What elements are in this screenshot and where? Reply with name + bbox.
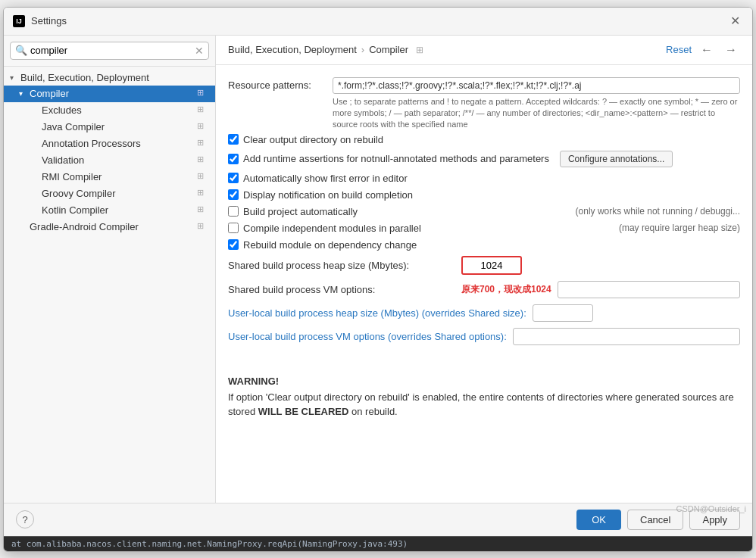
search-clear-button[interactable]: ✕ <box>195 45 204 57</box>
breadcrumb-bar: Build, Execution, Deployment › Compiler … <box>216 36 752 65</box>
sidebar-item-gradle-android-compiler[interactable]: Gradle-Android Compiler ⊞ <box>4 219 215 235</box>
page-icon: ⊞ <box>197 188 209 200</box>
sidebar: 🔍 ✕ ▾ Build, Execution, Deployment ▾ Com… <box>4 36 216 503</box>
sidebar-item-label: Groovy Compiler <box>42 188 197 199</box>
page-icon: ⊞ <box>197 138 209 150</box>
sidebar-item-annotation-processors[interactable]: Annotation Processors ⊞ <box>4 136 215 152</box>
search-icon: 🔍 <box>15 45 27 56</box>
checkbox-label-rebuild-dependency[interactable]: Rebuild module on dependency change <box>243 239 417 251</box>
vm-options-input[interactable] <box>558 281 740 298</box>
sidebar-item-label: Gradle-Android Compiler <box>30 221 197 232</box>
page-icon: ⊞ <box>197 204 209 217</box>
page-icon: ⊞ <box>197 104 209 117</box>
sidebar-item-label: Java Compiler <box>42 121 197 132</box>
footer-left: ? <box>16 510 34 528</box>
checkbox-row-notification: Display notification on build completion <box>228 189 740 201</box>
breadcrumb-page-icon: ⊞ <box>416 45 423 55</box>
breadcrumb-nav: Reset ← → <box>666 42 740 58</box>
resource-patterns-row: Resource patterns: Use ; to separate pat… <box>228 77 740 131</box>
search-input-wrap: 🔍 ✕ <box>10 42 209 60</box>
user-heap-size-row: User-local build process heap size (Mbyt… <box>228 304 740 322</box>
checkbox-label-show-first-error[interactable]: Automatically show first error in editor <box>243 173 408 184</box>
tree-area: ▾ Build, Execution, Deployment ▾ Compile… <box>4 67 215 503</box>
footer: ? OK Cancel Apply <box>4 503 752 536</box>
user-vm-options-label: User-local build process VM options (ove… <box>228 331 507 342</box>
configure-annotations-button[interactable]: Configure annotations... <box>560 151 673 167</box>
checkbox-runtime-assertions[interactable] <box>228 154 239 164</box>
sidebar-item-compiler[interactable]: ▾ Compiler ⊞ <box>4 86 215 102</box>
sidebar-item-validation[interactable]: Validation ⊞ <box>4 152 215 169</box>
main-panel: Build, Execution, Deployment › Compiler … <box>216 36 752 503</box>
sidebar-item-label: RMI Compiler <box>42 171 197 182</box>
help-button[interactable]: ? <box>16 510 34 528</box>
settings-content: Resource patterns: Use ; to separate pat… <box>216 65 752 503</box>
vm-options-label: Shared build process VM options: <box>228 284 455 295</box>
sidebar-item-label: Annotation Processors <box>42 138 197 149</box>
sidebar-item-label: Build, Execution, Deployment <box>20 72 209 83</box>
checkbox-rebuild-dependency[interactable] <box>228 239 239 250</box>
sidebar-item-groovy-compiler[interactable]: Groovy Compiler ⊞ <box>4 185 215 202</box>
compile-parallel-note: (may require larger heap size) <box>619 223 740 233</box>
sidebar-item-label: Kotlin Compiler <box>42 204 197 216</box>
checkbox-label-compile-parallel[interactable]: Compile independent modules in parallel <box>243 223 421 234</box>
breadcrumb: Build, Execution, Deployment › Compiler … <box>228 44 423 55</box>
heap-size-input[interactable] <box>461 256 522 275</box>
checkbox-row-compile-parallel: Compile independent modules in parallel … <box>228 223 740 234</box>
sidebar-item-rmi-compiler[interactable]: RMI Compiler ⊞ <box>4 169 215 185</box>
expand-icon: ▾ <box>10 73 20 82</box>
ok-button[interactable]: OK <box>576 510 621 530</box>
checkbox-label-build-auto[interactable]: Build project automatically <box>243 206 358 217</box>
annotation-note: 原来700，现改成1024 <box>461 283 551 296</box>
dialog-title: Settings <box>31 15 67 26</box>
nav-back-button[interactable]: ← <box>698 42 716 58</box>
breadcrumb-part-2: Compiler <box>369 44 408 55</box>
checkbox-label-display-notification[interactable]: Display notification on build completion <box>243 189 413 201</box>
user-vm-options-row: User-local build process VM options (ove… <box>228 328 740 345</box>
close-button[interactable]: ✕ <box>727 14 743 29</box>
apply-button[interactable]: Apply <box>689 510 740 530</box>
content-area: 🔍 ✕ ▾ Build, Execution, Deployment ▾ Com… <box>4 36 752 503</box>
search-box: 🔍 ✕ <box>4 36 215 67</box>
heap-size-row: Shared build process heap size (Mbytes): <box>228 256 740 275</box>
checkbox-label-runtime-assertions[interactable]: Add runtime assertions for notnull-annot… <box>243 153 549 164</box>
checkbox-label-clear-output[interactable]: Clear output directory on rebuild <box>243 134 383 145</box>
title-bar-left: IJ Settings <box>13 15 67 27</box>
vm-options-row: Shared build process VM options: 原来700，现… <box>228 281 740 298</box>
resource-patterns-input[interactable] <box>333 77 740 94</box>
checkbox-row-runtime-assertions: Add runtime assertions for notnull-annot… <box>228 151 740 167</box>
page-icon: ⊞ <box>197 221 209 233</box>
bottom-bar: at com.alibaba.nacos.client.naming.net.N… <box>4 536 752 551</box>
checkbox-row-clear-output: Clear output directory on rebuild <box>228 134 740 145</box>
checkbox-clear-output[interactable] <box>228 134 239 145</box>
app-icon: IJ <box>13 15 25 27</box>
checkbox-row-rebuild-dependency: Rebuild module on dependency change <box>228 239 740 251</box>
sidebar-item-label: Validation <box>42 154 197 166</box>
cancel-button[interactable]: Cancel <box>627 510 683 530</box>
user-vm-options-input[interactable] <box>513 328 740 345</box>
heap-size-label: Shared build process heap size (Mbytes): <box>228 260 455 271</box>
page-icon: ⊞ <box>197 88 209 100</box>
search-input[interactable] <box>30 45 192 56</box>
sidebar-item-excludes[interactable]: Excludes ⊞ <box>4 102 215 119</box>
warning-title: WARNING! <box>228 376 740 387</box>
build-auto-note: (only works while not running / debuggi.… <box>576 206 740 217</box>
checkbox-show-first-error[interactable] <box>228 173 239 183</box>
reset-button[interactable]: Reset <box>666 44 692 55</box>
user-heap-size-input[interactable] <box>533 304 593 322</box>
checkbox-row-show-error: Automatically show first error in editor <box>228 173 740 184</box>
checkbox-compile-parallel[interactable] <box>228 223 239 233</box>
bottom-bar-text: at com.alibaba.nacos.client.naming.net.N… <box>11 539 408 549</box>
user-heap-size-label: User-local build process heap size (Mbyt… <box>228 307 526 319</box>
breadcrumb-separator: › <box>361 44 364 55</box>
checkbox-display-notification[interactable] <box>228 189 239 200</box>
checkbox-row-build-auto: Build project automatically (only works … <box>228 206 740 217</box>
expand-icon: ▾ <box>19 89 30 98</box>
nav-forward-button[interactable]: → <box>722 42 740 58</box>
page-icon: ⊞ <box>197 121 209 133</box>
title-bar: IJ Settings ✕ <box>4 8 752 36</box>
sidebar-item-kotlin-compiler[interactable]: Kotlin Compiler ⊞ <box>4 202 215 219</box>
sidebar-item-java-compiler[interactable]: Java Compiler ⊞ <box>4 119 215 136</box>
sidebar-item-build-execution-deployment[interactable]: ▾ Build, Execution, Deployment <box>4 70 215 86</box>
warning-box: WARNING! If option 'Clear output directo… <box>228 368 740 427</box>
checkbox-build-auto[interactable] <box>228 206 239 217</box>
